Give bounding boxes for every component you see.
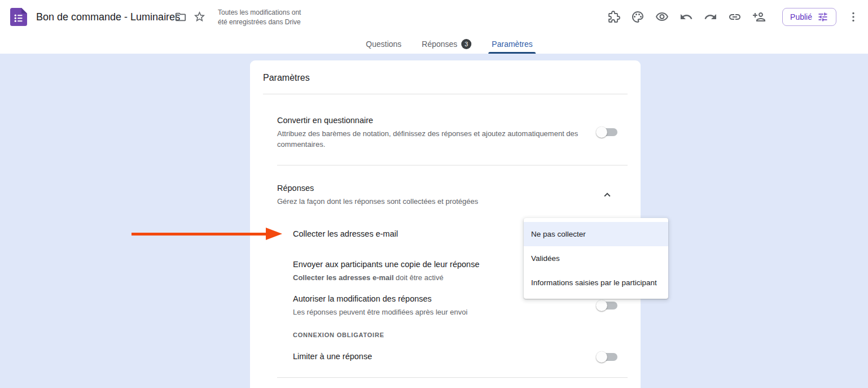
publish-button-label: Publié (790, 12, 812, 21)
autosave-line-1: Toutes les modifications ont (218, 8, 301, 18)
responses-section-title: Réponses (277, 184, 314, 193)
settings-heading: Paramètres (263, 73, 310, 83)
quiz-setting-title: Convertir en questionnaire (277, 116, 373, 125)
divider (263, 94, 628, 94)
quiz-toggle[interactable] (596, 127, 617, 138)
send-copy-title: Envoyer aux participants une copie de le… (293, 260, 479, 269)
forms-logo-icon[interactable] (10, 8, 27, 26)
limit-one-response-title: Limiter à une réponse (293, 352, 372, 361)
tabs-group: Questions Réponses 3 Paramètres (362, 34, 536, 54)
responses-section-description: Gérez la façon dont les réponses sont co… (277, 196, 478, 207)
more-options-icon[interactable] (847, 10, 860, 24)
send-copy-requirement: Collecter les adresses e-mail doit être … (293, 272, 444, 283)
autosave-line-2: été enregistrées dans Drive (218, 18, 301, 27)
collect-email-dropdown-menu: Ne pas collecter Validées Informations s… (524, 218, 668, 299)
dropdown-option-informations-saisies[interactable]: Informations saisies par le participant (524, 271, 668, 295)
allow-edit-toggle[interactable] (596, 300, 617, 311)
toggle-knob (596, 127, 607, 138)
active-tab-indicator (488, 52, 536, 54)
collect-email-title[interactable]: Collecter les adresses e-mail (293, 229, 398, 238)
undo-icon[interactable] (680, 10, 693, 24)
allow-edit-title: Autoriser la modification des réponses (293, 294, 432, 303)
document-title[interactable]: Bon de commande - Luminaires (36, 0, 180, 34)
tab-questions[interactable]: Questions (362, 34, 405, 54)
response-count-badge: 3 (461, 39, 471, 49)
divider (277, 165, 628, 165)
preview-eye-icon[interactable] (655, 10, 669, 24)
login-required-label: CONNEXION OBLIGATOIRE (293, 332, 384, 338)
toggle-knob (596, 300, 607, 311)
collapse-section-icon[interactable] (600, 188, 614, 202)
quiz-setting-description: Attribuez des barèmes de notation, défin… (277, 128, 585, 150)
tab-responses[interactable]: Réponses 3 (418, 34, 475, 54)
star-icon[interactable] (193, 10, 206, 23)
autosave-status: Toutes les modifications ont été enregis… (218, 8, 301, 27)
send-copy-requirement-rest: doit être activé (394, 273, 444, 282)
redo-icon[interactable] (704, 10, 717, 24)
tab-settings-label: Paramètres (492, 40, 532, 49)
publish-button[interactable]: Publié (782, 8, 836, 26)
tab-questions-label: Questions (366, 40, 401, 49)
extensions-icon[interactable] (607, 10, 620, 24)
allow-edit-description: Les réponses peuvent être modifiées aprè… (293, 307, 467, 317)
move-folder-icon[interactable] (174, 11, 187, 23)
tab-settings[interactable]: Paramètres (488, 34, 536, 54)
theme-palette-icon[interactable] (631, 10, 645, 24)
header-toolbar: Publié (601, 0, 862, 34)
add-collaborator-icon[interactable] (752, 10, 766, 24)
limit-one-response-toggle[interactable] (596, 351, 617, 363)
dropdown-option-ne-pas-collecter[interactable]: Ne pas collecter (524, 222, 668, 246)
toggle-knob (596, 351, 607, 363)
app-header: Bon de commande - Luminaires Toutes les … (0, 0, 868, 34)
tune-sliders-icon (817, 11, 828, 23)
send-copy-requirement-bold: Collecter les adresses e-mail (293, 273, 394, 282)
copy-link-icon[interactable] (728, 10, 742, 24)
dropdown-option-validees[interactable]: Validées (524, 246, 668, 271)
divider (277, 377, 628, 378)
settings-page: Paramètres Convertir en questionnaire At… (0, 54, 868, 388)
tab-responses-label: Réponses (422, 40, 457, 49)
tab-bar: Questions Réponses 3 Paramètres (0, 34, 868, 54)
